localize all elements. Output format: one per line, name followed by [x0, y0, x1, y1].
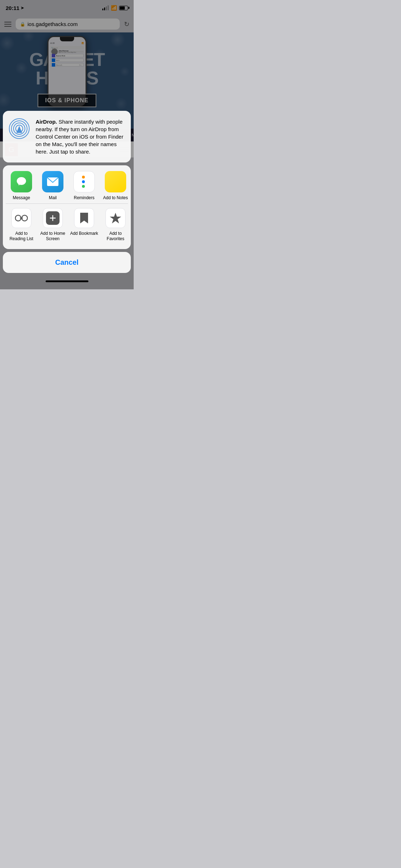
airdrop-title: AirDrop. — [36, 119, 57, 125]
favorites-icon — [106, 208, 125, 228]
action-item-reading-list[interactable]: Add to Reading List — [6, 208, 37, 245]
action-label-favorites: Add to Favorites — [101, 231, 130, 242]
action-item-bookmark[interactable]: Add Bookmark — [68, 208, 100, 245]
share-row: Message Mail — [3, 171, 131, 203]
share-label-message: Message — [13, 195, 30, 200]
share-label-add-to-notes: Add to Notes — [103, 195, 128, 200]
action-label-bookmark: Add Bookmark — [70, 231, 98, 237]
notes-icon — [105, 171, 126, 192]
action-label-home-screen: Add to Home Screen — [38, 231, 67, 242]
cancel-section: Cancel — [3, 252, 131, 273]
action-label-reading-list: Add to Reading List — [7, 231, 36, 242]
airdrop-icon — [9, 118, 30, 141]
reading-list-icon — [11, 208, 31, 228]
bookmark-icon — [74, 208, 94, 228]
actions-row: Add to Reading List Add to Home Screen — [3, 204, 131, 246]
mail-icon — [42, 171, 63, 192]
share-label-reminders: Reminders — [74, 195, 94, 200]
airdrop-section: AirDrop. Share instantly with people nea… — [3, 111, 131, 162]
airdrop-text-block: AirDrop. Share instantly with people nea… — [36, 118, 125, 155]
share-item-mail[interactable]: Mail — [37, 171, 68, 203]
share-row-section: Message Mail — [3, 165, 131, 249]
action-item-favorites[interactable]: Add to Favorites — [100, 208, 131, 245]
cancel-button[interactable]: Cancel — [3, 252, 131, 273]
share-item-add-to-notes[interactable]: Add to Notes — [100, 171, 131, 203]
svg-point-4 — [17, 177, 26, 185]
action-item-home-screen[interactable]: Add to Home Screen — [37, 208, 68, 245]
share-item-message[interactable]: Message — [6, 171, 37, 203]
message-icon — [11, 171, 32, 192]
home-bar — [46, 280, 88, 282]
svg-marker-12 — [110, 213, 121, 223]
share-label-mail: Mail — [49, 195, 57, 200]
share-item-reminders[interactable]: Reminders — [68, 171, 100, 203]
bottom-sheet: AirDrop. Share instantly with people nea… — [0, 111, 134, 289]
home-indicator — [0, 276, 134, 286]
reminders-icon — [73, 171, 95, 192]
home-screen-icon — [43, 208, 63, 228]
